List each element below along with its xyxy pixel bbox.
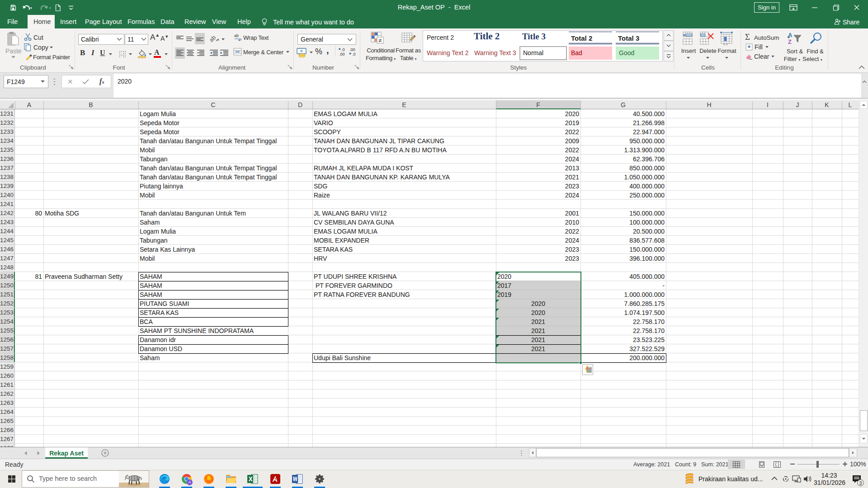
svg-text:ab: ab [210,35,217,43]
svg-text:≠: ≠ [378,37,382,44]
svg-text:.00: .00 [339,52,345,56]
svg-text:A: A [788,32,793,38]
svg-text:.00: .00 [349,47,355,52]
svg-text:ab: ab [234,33,239,38]
svg-text:Z: Z [788,38,792,45]
svg-text:.0: .0 [341,47,345,52]
svg-text:.0: .0 [352,52,356,56]
